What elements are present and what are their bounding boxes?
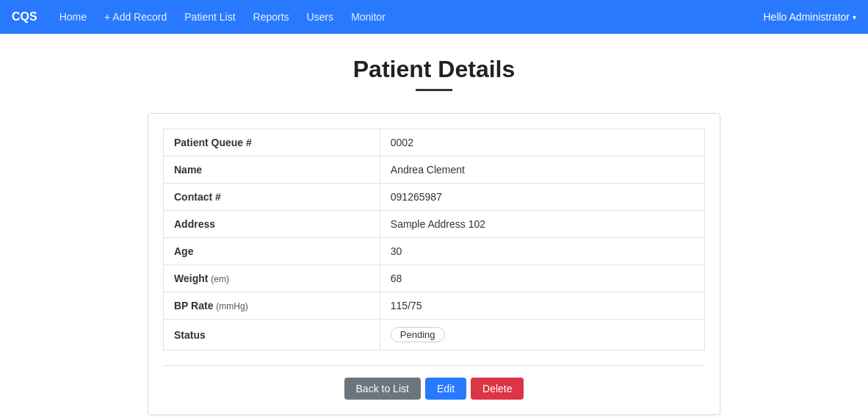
page-title: Patient Details — [353, 56, 516, 83]
status-label: Status — [164, 320, 380, 350]
navbar: CQS Home + Add Record Patient List Repor… — [0, 0, 868, 34]
table-row: Patient Queue # 0002 — [164, 129, 705, 156]
delete-button[interactable]: Delete — [471, 378, 524, 400]
nav-users[interactable]: Users — [300, 8, 341, 26]
bp-label-sub: (mmHg) — [216, 301, 247, 311]
card-divider — [163, 365, 705, 366]
navbar-links: Home + Add Record Patient List Reports U… — [52, 8, 764, 26]
navbar-brand[interactable]: CQS — [12, 10, 37, 24]
table-row: Contact # 091265987 — [164, 184, 705, 211]
queue-number-value: 0002 — [380, 129, 704, 156]
status-cell: Pending — [380, 320, 704, 350]
navbar-user-greeting: Hello Administrator — [764, 11, 850, 23]
title-underline — [416, 89, 452, 91]
nav-reports[interactable]: Reports — [246, 8, 297, 26]
name-value: Andrea Clement — [380, 156, 704, 184]
bp-value: 115/75 — [380, 292, 704, 320]
nav-add-record[interactable]: + Add Record — [97, 8, 174, 26]
table-row: Name Andrea Clement — [164, 156, 705, 184]
edit-button[interactable]: Edit — [425, 378, 466, 400]
table-row: Address Sample Address 102 — [164, 211, 705, 238]
navbar-user[interactable]: Hello Administrator ▾ — [764, 11, 857, 23]
nav-patient-list[interactable]: Patient List — [177, 8, 242, 26]
age-value: 30 — [380, 238, 704, 265]
weight-label-text: Weight — [174, 273, 208, 284]
queue-number-label: Patient Queue # — [164, 129, 380, 156]
address-label: Address — [164, 211, 380, 238]
weight-label-sub: (em) — [211, 274, 229, 284]
weight-label: Weight (em) — [164, 265, 380, 292]
bp-label-text: BP Rate — [174, 300, 213, 311]
navbar-dropdown-arrow: ▾ — [853, 13, 856, 21]
button-row: Back to List Edit Delete — [163, 378, 705, 400]
table-row: Status Pending — [164, 320, 705, 350]
status-badge: Pending — [391, 327, 445, 342]
address-value: Sample Address 102 — [380, 211, 704, 238]
nav-monitor[interactable]: Monitor — [344, 8, 393, 26]
weight-value: 68 — [380, 265, 704, 292]
nav-home[interactable]: Home — [52, 8, 94, 26]
patient-details-card: Patient Queue # 0002 Name Andrea Clement… — [148, 113, 720, 415]
table-row: Age 30 — [164, 238, 705, 265]
patient-detail-table: Patient Queue # 0002 Name Andrea Clement… — [163, 129, 705, 350]
back-to-list-button[interactable]: Back to List — [344, 378, 421, 400]
contact-label: Contact # — [164, 184, 380, 211]
table-row: BP Rate (mmHg) 115/75 — [164, 292, 705, 320]
contact-value: 091265987 — [380, 184, 704, 211]
table-row: Weight (em) 68 — [164, 265, 705, 292]
main-content: Patient Details Patient Queue # 0002 Nam… — [0, 34, 868, 418]
name-label: Name — [164, 156, 380, 184]
age-label: Age — [164, 238, 380, 265]
bp-label: BP Rate (mmHg) — [164, 292, 380, 320]
